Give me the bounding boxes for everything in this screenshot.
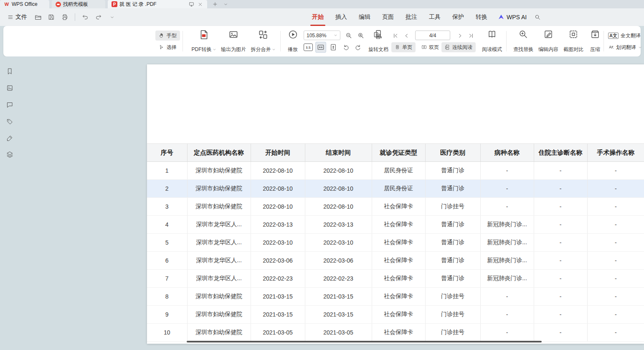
tab-insert[interactable]: 插入 bbox=[330, 8, 353, 26]
rotate-left-icon[interactable] bbox=[340, 42, 351, 53]
table-cell: 2022-02-23 bbox=[305, 270, 372, 288]
find-replace-button[interactable]: 查找替换 bbox=[510, 29, 537, 53]
fit-page-icon[interactable] bbox=[328, 42, 339, 53]
continuous-read-button[interactable]: 连续阅读 bbox=[441, 42, 476, 52]
layers-icon[interactable] bbox=[4, 149, 15, 160]
pdf-convert-button[interactable]: PDF转换 bbox=[188, 29, 220, 53]
split-merge-button[interactable]: 拆分合并 bbox=[247, 29, 279, 53]
undo-icon[interactable] bbox=[80, 12, 90, 22]
rotate-right-icon[interactable] bbox=[352, 42, 363, 53]
tab-convert[interactable]: 转换 bbox=[470, 8, 493, 26]
select-tool-button[interactable]: 选择 bbox=[155, 42, 180, 52]
tab-docer-templates[interactable]: 找稻壳模板 bbox=[52, 0, 105, 8]
table-cell: 4 bbox=[147, 216, 187, 234]
hand-icon bbox=[159, 33, 165, 38]
redo-icon[interactable] bbox=[94, 12, 104, 22]
monitor-icon[interactable] bbox=[188, 1, 195, 8]
table-cell: 深圳市妇幼保健院 bbox=[187, 198, 251, 216]
table-cell: 1 bbox=[147, 162, 187, 180]
table-row[interactable]: 7深圳市龙华区人...2022-02-232022-02-23社会保障卡普通门诊… bbox=[147, 270, 644, 288]
table-cell: 深圳市妇幼保健院 bbox=[187, 180, 251, 198]
table-row[interactable]: 10深圳市妇幼保健院2021-03-052021-03-05社会保障卡门诊挂号-… bbox=[147, 324, 644, 342]
table-cell: 2021-03-15 bbox=[251, 306, 305, 324]
word-translate-label: 划词翻译 bbox=[616, 44, 636, 51]
chevron-down-icon bbox=[638, 46, 642, 49]
tab-protect[interactable]: 保护 bbox=[446, 8, 470, 26]
table-cell: 2021-03-15 bbox=[305, 306, 372, 324]
save-icon[interactable] bbox=[46, 12, 56, 22]
previous-page-icon[interactable] bbox=[402, 30, 411, 41]
tab-page[interactable]: 页面 bbox=[376, 8, 400, 26]
hand-tool-label: 手型 bbox=[167, 32, 177, 39]
first-page-icon[interactable] bbox=[391, 30, 400, 41]
play-button[interactable]: 播放 bbox=[282, 29, 303, 53]
comment-icon[interactable] bbox=[4, 99, 15, 110]
table-row[interactable]: 9深圳市妇幼保健院2021-03-152021-03-15社会保障卡门诊挂号--… bbox=[147, 306, 644, 324]
edit-content-button[interactable]: 编辑内容 bbox=[535, 29, 562, 53]
next-page-icon[interactable] bbox=[455, 30, 464, 41]
hand-tool-button[interactable]: 手型 bbox=[155, 31, 180, 41]
pdf-convert-label: PDF转换 bbox=[192, 46, 212, 53]
compress-button[interactable]: 压缩 bbox=[586, 29, 605, 53]
table-cell: 社会保障卡 bbox=[372, 252, 425, 270]
print-icon[interactable] bbox=[60, 12, 70, 22]
last-page-icon[interactable] bbox=[466, 30, 475, 41]
table-row[interactable]: 8深圳市妇幼保健院2021-03-152021-03-15社会保障卡门诊挂号--… bbox=[147, 288, 644, 306]
table-scrollbar[interactable] bbox=[187, 341, 542, 342]
table-cell: 深圳市龙华区人... bbox=[187, 234, 251, 252]
table-cell: 社会保障卡 bbox=[372, 324, 425, 342]
table-cell: 社会保障卡 bbox=[372, 234, 425, 252]
actual-size-icon[interactable]: 1:1 bbox=[303, 42, 314, 53]
read-mode-button[interactable]: 阅读模式 bbox=[479, 29, 505, 53]
table-row[interactable]: 5深圳市龙华区人...2022-03-102022-03-10社会保障卡普通门诊… bbox=[147, 234, 644, 252]
tab-edit[interactable]: 编辑 bbox=[353, 8, 376, 26]
bookmark-icon[interactable] bbox=[4, 66, 15, 77]
page-number-input[interactable] bbox=[415, 31, 450, 40]
file-menu-button[interactable]: 文件 bbox=[5, 12, 30, 23]
rotate-document-label: 旋转文档 bbox=[368, 46, 388, 53]
tab-list-chevron-icon[interactable] bbox=[222, 0, 229, 8]
undo-redo-chevron-icon[interactable] bbox=[107, 12, 117, 22]
table-row[interactable]: 1深圳市妇幼保健院2022-08-102022-08-10居民身份证普通门诊--… bbox=[147, 162, 644, 180]
tab-document-active[interactable]: P 就 医 记 录 .PDF bbox=[108, 0, 207, 8]
zoom-out-icon[interactable] bbox=[343, 30, 354, 41]
search-icon[interactable] bbox=[532, 12, 543, 22]
single-page-button[interactable]: 单页 bbox=[391, 42, 416, 52]
table-cell: 2021-03-05 bbox=[251, 324, 305, 342]
zoom-select[interactable]: 105.88% bbox=[304, 31, 340, 40]
export-image-button[interactable]: 输出为图片 bbox=[219, 29, 248, 53]
open-folder-icon[interactable] bbox=[33, 12, 43, 22]
docer-icon bbox=[56, 2, 61, 7]
toolbar-divider bbox=[183, 31, 183, 51]
attachment-icon[interactable] bbox=[4, 116, 15, 127]
word-translate-button[interactable]: 划词翻译 bbox=[606, 42, 644, 52]
table-row[interactable]: 4深圳市龙华区人...2022-03-132022-03-13社会保障卡普通门诊… bbox=[147, 216, 644, 234]
pdf-page[interactable]: 序号定点医药机构名称开始时间结束时间就诊凭证类型医疗类别病种名称住院主诊断名称手… bbox=[147, 64, 644, 344]
zoom-value: 105.88% bbox=[307, 33, 326, 38]
new-tab-button[interactable] bbox=[211, 0, 219, 8]
table-cell: 深圳市龙华区人... bbox=[187, 252, 251, 270]
tab-annotate[interactable]: 批注 bbox=[400, 8, 423, 26]
table-row[interactable]: 6深圳市龙华区人...2022-03-062022-03-06社会保障卡普通门诊… bbox=[147, 252, 644, 270]
signature-pen-icon[interactable] bbox=[4, 133, 15, 143]
page-number-field[interactable] bbox=[415, 31, 450, 40]
table-cell: 新冠肺炎门诊... bbox=[480, 234, 534, 252]
tab-home[interactable]: 开始 bbox=[306, 8, 330, 26]
toolbar-divider bbox=[506, 31, 507, 51]
play-icon bbox=[288, 29, 298, 40]
screenshot-compare-button[interactable]: 截图对比 bbox=[560, 29, 587, 53]
tab-tools[interactable]: 工具 bbox=[423, 8, 446, 26]
table-cell: 2022-08-10 bbox=[251, 198, 305, 216]
table-cell: 普通门诊 bbox=[425, 252, 480, 270]
thumbnails-icon[interactable] bbox=[4, 82, 15, 93]
table-row[interactable]: 3深圳市妇幼保健院2022-08-102022-08-10社会保障卡门诊挂号--… bbox=[147, 198, 644, 216]
left-panel-rail bbox=[4, 56, 16, 350]
rotate-document-button[interactable]: 旋转文档 bbox=[365, 29, 392, 53]
tab-wps-office[interactable]: W WPS Office bbox=[0, 0, 49, 8]
close-tab-icon[interactable] bbox=[197, 1, 203, 8]
fit-width-icon[interactable] bbox=[315, 42, 326, 53]
menu-bar: 文件 开始 插入 编辑 页面 批注 工具 保护 转换 bbox=[0, 8, 644, 26]
wps-ai-button[interactable]: WPS AI bbox=[498, 14, 527, 20]
table-row[interactable]: 2深圳市妇幼保健院2022-08-102022-08-10居民身份证普通门诊--… bbox=[147, 180, 644, 198]
full-translate-button[interactable]: A文 全文翻译 bbox=[606, 31, 642, 41]
